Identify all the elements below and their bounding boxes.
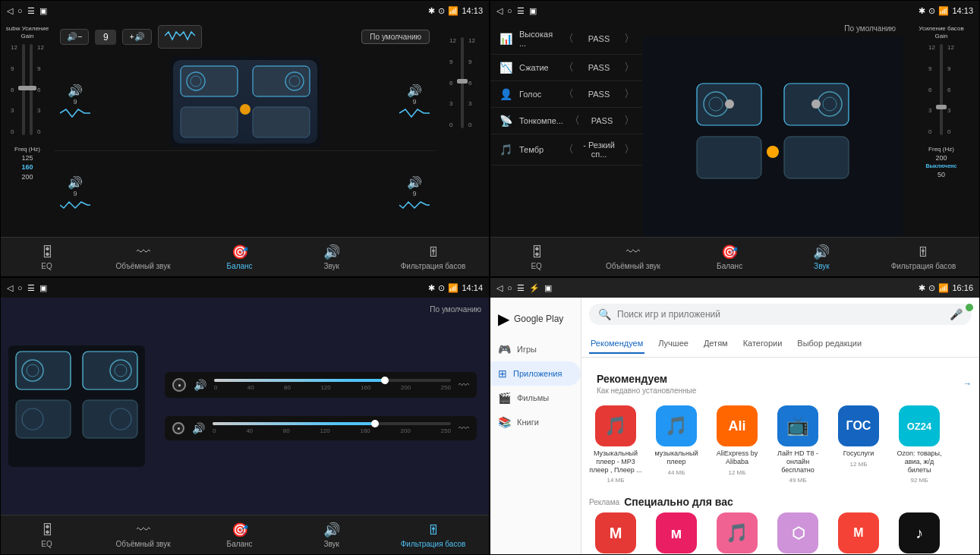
tab-categories[interactable]: Категории bbox=[742, 334, 784, 354]
chevron-right-4[interactable]: 〉 bbox=[624, 143, 635, 156]
nav-balance-q3[interactable]: 🎯 Баланс bbox=[217, 522, 263, 548]
tab-recommend[interactable]: Рекомендуем bbox=[589, 334, 644, 354]
spk-right-2: 🔊 9 bbox=[399, 175, 430, 213]
back-icon-q3[interactable]: ◁ bbox=[7, 283, 13, 293]
bass-vslider[interactable] bbox=[940, 44, 943, 135]
app-card-5[interactable]: OZ24 Ozon: товары, авиа, ж/д билеты 92 М… bbox=[893, 405, 946, 484]
nav-sound-q1[interactable]: 🔊 Звук bbox=[309, 244, 355, 270]
menu-icon-q3[interactable]: ☰ bbox=[27, 283, 35, 293]
nav-surround-q3[interactable]: 〰 Объёмный звук bbox=[116, 522, 171, 548]
search-input-gp[interactable] bbox=[617, 309, 944, 320]
svg-rect-2 bbox=[181, 107, 238, 137]
menu-icon-q4[interactable]: ☰ bbox=[517, 283, 525, 293]
q4-main-content: ▶ Google Play 🎮 Игры ⊞ Приложения 🎬 Филь… bbox=[490, 298, 979, 554]
filter-knob-1[interactable] bbox=[172, 378, 186, 392]
sound-row-tone[interactable]: 📡 Тонкомпе... 〈 PASS 〉 bbox=[490, 108, 642, 134]
chevron-left-2[interactable]: 〈 bbox=[563, 87, 574, 101]
filter-thumb-1[interactable] bbox=[381, 377, 389, 384]
back-icon-q2[interactable]: ◁ bbox=[496, 6, 503, 16]
sound-row-compress[interactable]: 📉 Сжатие 〈 PASS 〉 bbox=[490, 55, 642, 81]
nav-balance-q1[interactable]: 🎯 Баланс bbox=[217, 244, 263, 270]
chevron-right-0[interactable]: 〉 bbox=[624, 32, 635, 46]
svg-point-8 bbox=[240, 104, 251, 115]
nav-filter-q3[interactable]: 🎚 Фильтрация басов bbox=[401, 522, 466, 548]
special-app-0[interactable]: М bbox=[589, 512, 642, 553]
chevron-left-1[interactable]: 〈 bbox=[563, 61, 574, 74]
spk-right-1: 🔊 9 bbox=[399, 84, 430, 121]
gain-vslider-right[interactable] bbox=[30, 44, 33, 135]
filter-thumb-2[interactable] bbox=[371, 420, 379, 427]
special-app-4[interactable]: M bbox=[832, 512, 885, 553]
time-q1: 14:13 bbox=[462, 6, 483, 15]
filter-label-q3: Фильтрация басов bbox=[401, 540, 466, 548]
right-vslider[interactable] bbox=[461, 37, 464, 128]
nav-eq-q2[interactable]: 🎛 EQ bbox=[514, 244, 559, 270]
home-icon-q4[interactable]: ○ bbox=[507, 283, 512, 292]
special-app-1[interactable]: м bbox=[650, 512, 703, 553]
bt-icon-q2: ✱ bbox=[919, 6, 925, 16]
special-app-2[interactable]: 🎵 bbox=[711, 512, 764, 553]
back-icon[interactable]: ◁ bbox=[7, 6, 13, 16]
sound-row-voice[interactable]: 👤 Голос 〈 PASS 〉 bbox=[490, 81, 642, 108]
gp-logo-row: ▶ Google Play bbox=[490, 305, 581, 337]
home-icon[interactable]: ○ bbox=[17, 6, 23, 15]
sound-row-timbre[interactable]: 🎵 Тембр 〈 - Резкий сп... 〉 bbox=[490, 134, 642, 166]
nav-surround-q1[interactable]: 〰 Объёмный звук bbox=[116, 244, 171, 270]
nav-sound-q2[interactable]: 🔊 Звук bbox=[799, 244, 844, 270]
bass-gain-sliders: 12 9 6 3 0 12 9 6 3 0 bbox=[928, 44, 954, 135]
nav-eq-q1[interactable]: 🎛 EQ bbox=[24, 244, 70, 270]
filter-knob-2[interactable] bbox=[172, 422, 184, 434]
tab-kids[interactable]: Детям bbox=[702, 334, 729, 354]
app-card-1[interactable]: 🎵 музыкальный плеер 44 МБ bbox=[650, 405, 703, 484]
gp-nav-apps[interactable]: ⊞ Приложения bbox=[490, 361, 581, 386]
gp-nav-books[interactable]: 📚 Книги bbox=[490, 410, 581, 434]
sound-row-high[interactable]: 📊 Высокая ... 〈 PASS 〉 bbox=[490, 24, 642, 55]
location-icon-q2: ⊙ bbox=[928, 6, 935, 16]
chevron-left-0[interactable]: 〈 bbox=[563, 32, 574, 46]
app-card-3[interactable]: 📺 Лайт HD T8 - онлайн бесплатно 49 МБ bbox=[771, 405, 824, 484]
volume-up-btn[interactable]: +🔊 bbox=[122, 29, 151, 45]
nav-filter-q2[interactable]: 🎚 Фильтрация басов bbox=[891, 244, 956, 270]
chevron-left-4[interactable]: 〈 bbox=[563, 143, 574, 156]
mic-icon[interactable]: 🎤 bbox=[950, 308, 963, 320]
nav-balance-q2[interactable]: 🎯 Баланс bbox=[707, 244, 752, 270]
gp-search-bar[interactable]: 🔍 🎤 bbox=[589, 304, 972, 325]
app-card-2[interactable]: Ali AliExpress by Alibaba 12 МБ bbox=[711, 405, 764, 484]
nav-surround-q2[interactable]: 〰 Объёмный звук bbox=[606, 244, 660, 270]
gain-vslider-left[interactable] bbox=[22, 44, 25, 135]
menu-icon-q2[interactable]: ☰ bbox=[517, 6, 525, 16]
special-app-3[interactable]: ⬡ bbox=[771, 512, 824, 553]
google-play-logo-icon: ▶ bbox=[498, 310, 509, 328]
app-size-3: 49 МБ bbox=[789, 477, 806, 484]
volume-down-btn[interactable]: 🔊− bbox=[60, 29, 89, 45]
filter-track-1[interactable] bbox=[214, 379, 451, 382]
nav-eq-q3[interactable]: 🎛 EQ bbox=[24, 522, 70, 548]
chevron-right-2[interactable]: 〉 bbox=[624, 87, 635, 101]
gp-nav-movies[interactable]: 🎬 Фильмы bbox=[490, 386, 581, 410]
filter-track-2[interactable] bbox=[213, 422, 451, 425]
menu-icon[interactable]: ☰ bbox=[27, 6, 35, 16]
wifi-icon-q3: 📶 bbox=[448, 283, 458, 293]
chevron-left-3[interactable]: 〈 bbox=[569, 114, 580, 128]
sound-icon: 🔊 bbox=[323, 244, 340, 260]
sound-icon-q3: 🔊 bbox=[323, 522, 340, 538]
spk-left-1: 🔊 9 bbox=[60, 84, 90, 121]
chevron-right-1[interactable]: 〉 bbox=[624, 61, 635, 74]
status-bar-q3: ◁ ○ ☰ ▣ ✱ ⊙ 📶 14:14 bbox=[1, 278, 489, 298]
chevron-right-3[interactable]: 〉 bbox=[624, 114, 635, 128]
home-icon-q3[interactable]: ○ bbox=[17, 283, 23, 292]
more-recommend-btn[interactable]: → bbox=[963, 379, 972, 388]
special-app-5[interactable]: ♪ bbox=[893, 512, 946, 553]
default-btn-q1[interactable]: По умолчанию bbox=[361, 30, 430, 44]
filter-fill-2 bbox=[213, 422, 375, 425]
app-card-0[interactable]: 🎵 Музыкальный плеер - MP3 плеер , Плеер … bbox=[589, 405, 642, 484]
nav-sound-q3[interactable]: 🔊 Звук bbox=[309, 522, 355, 548]
gp-nav-games[interactable]: 🎮 Игры bbox=[490, 337, 581, 361]
voice-value: PASS bbox=[580, 90, 618, 99]
tab-editorial[interactable]: Выбор редакции bbox=[796, 334, 863, 354]
back-icon-q4[interactable]: ◁ bbox=[496, 283, 503, 293]
home-icon-q2[interactable]: ○ bbox=[507, 6, 512, 15]
tab-best[interactable]: Лучшее bbox=[657, 334, 690, 354]
nav-filter-q1[interactable]: 🎚 Фильтрация басов bbox=[401, 244, 466, 270]
app-card-4[interactable]: ГОС Госуслуги 12 МБ bbox=[832, 405, 885, 484]
